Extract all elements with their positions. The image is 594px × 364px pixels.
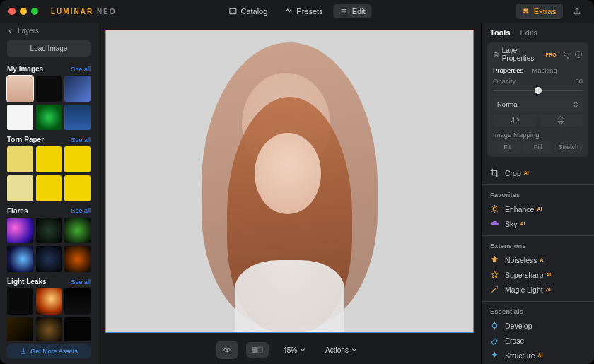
layers-panel: Layers Load Image My ImagesSee all [0,23,98,364]
noiseless-icon [490,255,499,264]
tool-magic-light[interactable]: Magic LightAI [490,282,586,297]
thumbnail[interactable] [64,76,91,102]
puzzle-icon [523,8,530,16]
thumbnail[interactable] [64,175,91,201]
flip-vertical-button[interactable] [540,114,583,127]
tool-erase[interactable]: Erase [490,333,586,348]
thumbnail[interactable] [64,105,91,131]
tool-supersharp[interactable]: SupersharpAI [490,267,586,282]
tool-structure[interactable]: StructureAI [490,348,586,363]
chevron-left-icon[interactable] [7,28,14,35]
preview-toggle[interactable] [218,342,236,358]
svg-rect-0 [230,8,236,14]
minimize-window-button[interactable] [20,8,27,15]
app-logo: LUMINAR NEO [51,8,117,16]
thumbnail[interactable] [7,76,33,102]
tools-panel: Tools Edits Layer Properties PRO Propert… [481,23,594,364]
tool-develop[interactable]: Develop [490,318,586,333]
see-all-link[interactable]: See all [71,207,91,214]
svg-point-5 [493,207,496,211]
see-all-link[interactable]: See all [71,278,91,286]
opacity-value: 50 [575,77,583,85]
fill-button[interactable]: Fill [523,141,552,153]
tool-enhance[interactable]: EnhanceAI [490,201,586,216]
thumbnail[interactable] [64,317,91,341]
extras-button[interactable]: Extras [516,4,563,19]
panel-title: Layer Properties [502,47,543,62]
tool-sky[interactable]: SkyAI [490,216,586,231]
compare-icon [252,346,263,353]
actions-dropdown[interactable]: Actions [320,344,363,357]
thumbnail[interactable] [36,146,62,172]
thumbnail[interactable] [36,105,62,131]
chevron-down-icon [351,347,357,353]
blend-mode-select[interactable]: Normal [493,98,583,111]
section-extensions: Extensions [490,242,586,249]
svg-rect-2 [252,347,257,353]
eraser-icon [490,336,499,345]
eye-icon [223,345,231,355]
thumbnail[interactable] [36,317,62,341]
edit-tab[interactable]: Edit [334,4,372,18]
see-all-link[interactable]: See all [71,66,91,73]
share-button[interactable] [569,3,586,20]
thumbnail[interactable] [64,218,91,244]
zoom-dropdown[interactable]: 45% [277,344,311,357]
load-image-button[interactable]: Load Image [7,40,91,57]
maximize-window-button[interactable] [31,8,38,15]
tool-noiseless[interactable]: NoiselessAI [490,252,586,267]
undo-button[interactable] [562,49,571,60]
undo-icon [562,50,571,59]
thumbnail[interactable] [7,175,33,201]
see-all-link[interactable]: See all [71,136,91,143]
pro-badge: PRO [546,52,557,57]
flip-v-icon [557,115,564,125]
close-window-button[interactable] [8,8,16,15]
layers-label: Layers [18,27,39,35]
canvas[interactable] [105,30,474,333]
image-mapping-label: Image Mapping [493,131,583,139]
tab-edits[interactable]: Edits [520,28,537,37]
thumbnail[interactable] [64,288,91,315]
thumbnail[interactable] [36,218,62,244]
info-icon [574,50,583,59]
thumbnail[interactable] [7,146,33,172]
svg-point-1 [226,349,228,351]
stretch-button[interactable]: Stretch [554,141,583,153]
get-more-assets-button[interactable]: Get More Assets [7,344,91,358]
opacity-label: Opacity [493,77,516,85]
thumbnail[interactable] [36,76,62,102]
catalog-tab[interactable]: Catalog [222,4,274,18]
catalog-icon [228,7,237,16]
category-my-images: My ImagesSee all [7,65,91,130]
tool-crop[interactable]: CropAI [490,165,586,180]
canvas-toolbar: 45% Actions [98,340,481,360]
thumbnail[interactable] [7,105,33,131]
tab-masking[interactable]: Masking [532,66,557,74]
titlebar: LUMINAR NEO Catalog Presets Edit Extras [0,0,594,23]
opacity-slider[interactable] [493,86,583,95]
tab-properties[interactable]: Properties [493,66,523,74]
thumbnail[interactable] [36,175,62,201]
flip-horizontal-button[interactable] [493,114,537,127]
thumbnail[interactable] [7,317,33,341]
compare-split-button[interactable] [248,344,267,356]
section-essentials: Essentials [490,307,586,315]
layers-icon [493,51,499,59]
category-light-leaks: Light LeaksSee all [7,278,91,341]
tab-tools[interactable]: Tools [490,28,511,37]
wand-icon [490,285,499,294]
presets-tab[interactable]: Presets [278,4,329,18]
thumbnail[interactable] [36,246,62,272]
thumbnail[interactable] [64,246,91,272]
share-icon [573,6,581,16]
thumbnail[interactable] [7,246,33,272]
thumbnail[interactable] [7,288,33,315]
fit-button[interactable]: Fit [493,141,521,153]
info-button[interactable] [573,49,583,60]
thumbnail[interactable] [7,218,33,244]
svg-rect-3 [258,347,262,353]
thumbnail[interactable] [64,146,91,172]
thumbnail[interactable] [36,288,62,315]
edit-icon [340,7,349,16]
